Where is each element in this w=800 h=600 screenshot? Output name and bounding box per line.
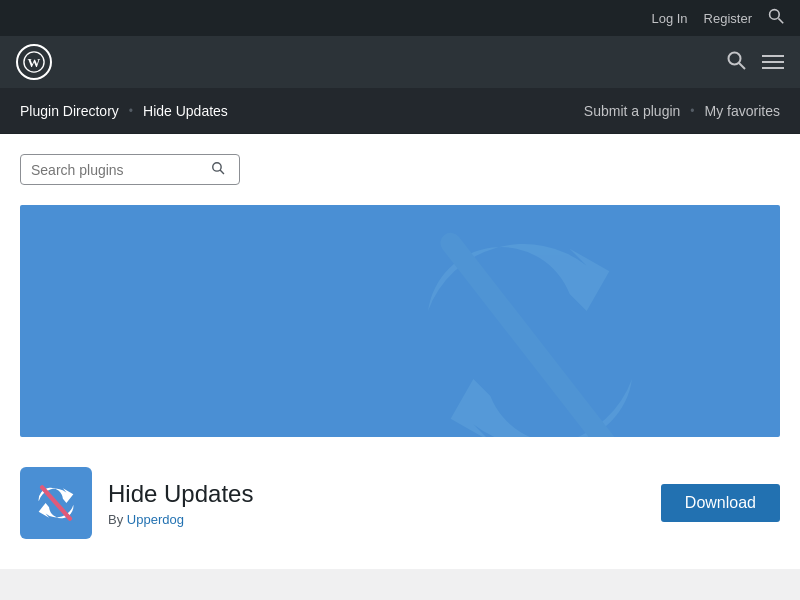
top-search-icon[interactable]: [768, 8, 784, 28]
hero-banner: [20, 205, 780, 437]
sub-nav-left: Plugin Directory • Hide Updates: [20, 103, 584, 119]
svg-line-1: [778, 18, 783, 23]
download-button[interactable]: Download: [661, 484, 780, 522]
svg-point-0: [770, 10, 780, 20]
author-prefix: By: [108, 512, 123, 527]
nav-menu-icon[interactable]: [762, 55, 784, 69]
main-content: Hide Updates By Upperdog Download: [0, 134, 800, 569]
nav-icons: [726, 50, 784, 75]
author-link[interactable]: Upperdog: [127, 512, 184, 527]
hero-illustration: [360, 205, 700, 437]
plugin-author: By Upperdog: [108, 512, 645, 527]
plugin-title: Hide Updates: [108, 480, 645, 508]
my-favorites-link[interactable]: My favorites: [705, 103, 780, 119]
sub-nav-right: Submit a plugin • My favorites: [584, 103, 780, 119]
plugin-icon: [20, 467, 92, 539]
sub-nav-sep-right: •: [690, 104, 694, 118]
svg-point-4: [729, 52, 741, 64]
svg-text:W: W: [28, 56, 41, 70]
plugin-icon-svg: [30, 477, 82, 529]
submit-plugin-link[interactable]: Submit a plugin: [584, 103, 681, 119]
wp-logo[interactable]: W: [16, 44, 52, 80]
search-icon: [211, 161, 225, 178]
sub-nav: Plugin Directory • Hide Updates Submit a…: [0, 88, 800, 134]
plugin-details: Hide Updates By Upperdog: [108, 480, 645, 527]
register-link[interactable]: Register: [704, 11, 752, 26]
login-link[interactable]: Log In: [651, 11, 687, 26]
plugin-directory-link[interactable]: Plugin Directory: [20, 103, 119, 119]
nav-bar: W: [0, 36, 800, 88]
search-bar[interactable]: [20, 154, 240, 185]
plugin-row: Hide Updates By Upperdog Download: [20, 457, 780, 549]
sub-nav-sep-left: •: [129, 104, 133, 118]
svg-line-5: [739, 63, 745, 69]
top-bar: Log In Register: [0, 0, 800, 36]
nav-search-icon[interactable]: [726, 50, 746, 75]
svg-line-7: [220, 170, 224, 174]
svg-point-6: [213, 163, 221, 171]
search-input[interactable]: [31, 162, 211, 178]
current-page-label: Hide Updates: [143, 103, 228, 119]
